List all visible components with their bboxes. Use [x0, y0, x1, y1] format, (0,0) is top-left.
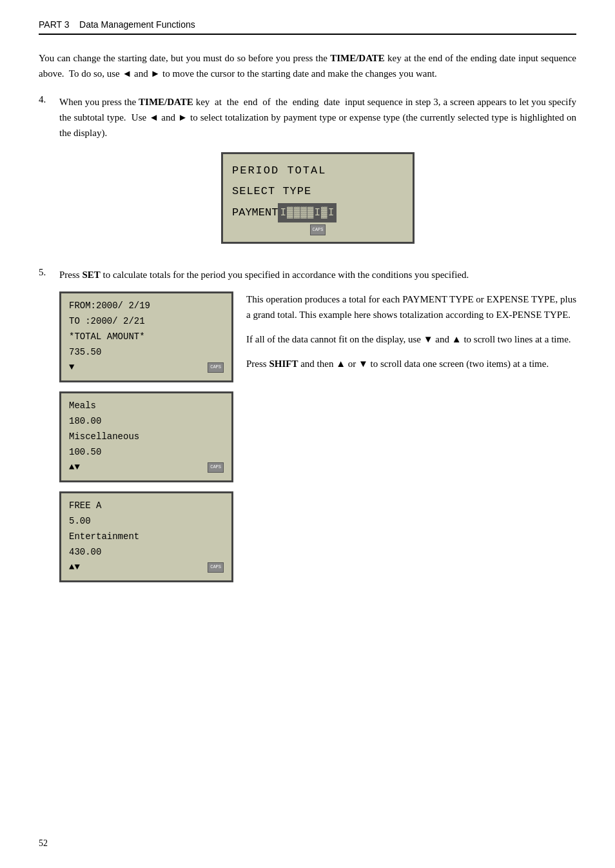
- item-4: 4. When you press the TIME/DATE key at t…: [39, 94, 576, 255]
- screen-line1: PERIOD TOTAL: [232, 161, 404, 181]
- header-part: PART 3: [39, 19, 69, 30]
- screen-line3: PAYMENT I▓▓▓▓I▓I: [232, 202, 404, 223]
- item-4-text: When you press the TIME/DATE key at the …: [59, 94, 576, 141]
- item-5: 5. Press SET to calculate totals for the…: [39, 267, 576, 582]
- s1-line2: TO :2000/ 2/21: [69, 314, 224, 330]
- s2-line2: 180.00: [69, 414, 224, 429]
- screen3: FREE A 5.00 Entertainment 430.00 ▲▼ CAPS: [59, 491, 233, 582]
- intro-paragraph: You can change the starting date, but yo…: [39, 50, 576, 81]
- s1-line3: *TOTAL AMOUNT*: [69, 330, 224, 345]
- set-bold: SET: [82, 270, 100, 280]
- payment-prefix: PAYMENT: [232, 202, 278, 223]
- s3-line1: FREE A: [69, 498, 224, 514]
- s3-line4: 430.00: [69, 545, 224, 560]
- item-5-number: 5.: [39, 267, 59, 582]
- shift-bold: SHIFT: [269, 359, 298, 369]
- screen1: FROM:2000/ 2/19 TO :2000/ 2/21 *TOTAL AM…: [59, 291, 233, 382]
- time-date-bold-4: TIME/DATE: [139, 97, 193, 107]
- item-5-text: Press SET to calculate totals for the pe…: [59, 267, 576, 282]
- period-total-screen-wrap: PERIOD TOTAL SELECT TYPE PAYMENT I▓▓▓▓I▓…: [59, 152, 576, 244]
- period-total-screen: PERIOD TOTAL SELECT TYPE PAYMENT I▓▓▓▓I▓…: [221, 152, 415, 244]
- lcd-screens-section: FROM:2000/ 2/19 TO :2000/ 2/21 *TOTAL AM…: [59, 291, 576, 582]
- s3-line2: 5.00: [69, 514, 224, 529]
- screen2: Meals 180.00 Miscellaneous 100.50 ▲▼ CAP…: [59, 391, 233, 482]
- header-bar: PART 3 Data Management Functions: [39, 19, 576, 35]
- item-4-number: 4.: [39, 94, 59, 255]
- s3-caps: CAPS: [208, 562, 224, 573]
- lcd-left-col: FROM:2000/ 2/19 TO :2000/ 2/21 *TOTAL AM…: [59, 291, 233, 582]
- header-subtitle: Data Management Functions: [79, 19, 195, 30]
- page: PART 3 Data Management Functions You can…: [0, 0, 615, 868]
- right-text-2: If all of the data cannot fit on the dis…: [246, 331, 576, 347]
- item-5-right-text: This operation produces a total for each…: [246, 291, 576, 582]
- s3-line3: Entertainment: [69, 529, 224, 545]
- s1-nav-row: ▼ CAPS: [69, 360, 224, 375]
- intro-block: You can change the starting date, but yo…: [39, 50, 576, 81]
- s2-line3: Miscellaneous: [69, 429, 224, 445]
- s1-line4: 735.50: [69, 345, 224, 360]
- payment-value: I▓▓▓▓I▓I: [278, 203, 337, 222]
- item-4-content: When you press the TIME/DATE key at the …: [59, 94, 576, 255]
- item-5-content: Press SET to calculate totals for the pe…: [59, 267, 576, 582]
- right-text-1: This operation produces a total for each…: [246, 291, 576, 322]
- right-text-3: Press SHIFT and then ▲ or ▼ to scroll da…: [246, 356, 576, 371]
- page-number: 52: [39, 838, 48, 849]
- s2-caps: CAPS: [208, 462, 224, 473]
- time-date-bold-intro: TIME/DATE: [330, 53, 385, 63]
- s1-caps: CAPS: [208, 362, 224, 373]
- s3-nav: ▲▼: [69, 560, 80, 575]
- s2-nav: ▲▼: [69, 460, 80, 475]
- screen-line2: SELECT TYPE: [232, 181, 404, 202]
- header-title: PART 3 Data Management Functions: [39, 19, 195, 30]
- caps-row-4: CAPS: [232, 224, 404, 235]
- s2-line4: 100.50: [69, 445, 224, 460]
- caps-badge-4: CAPS: [310, 224, 326, 235]
- s1-line1: FROM:2000/ 2/19: [69, 299, 224, 314]
- s2-line1: Meals: [69, 399, 224, 414]
- s2-nav-row: ▲▼ CAPS: [69, 460, 224, 475]
- s3-nav-row: ▲▼ CAPS: [69, 560, 224, 575]
- s1-nav: ▼: [69, 360, 74, 375]
